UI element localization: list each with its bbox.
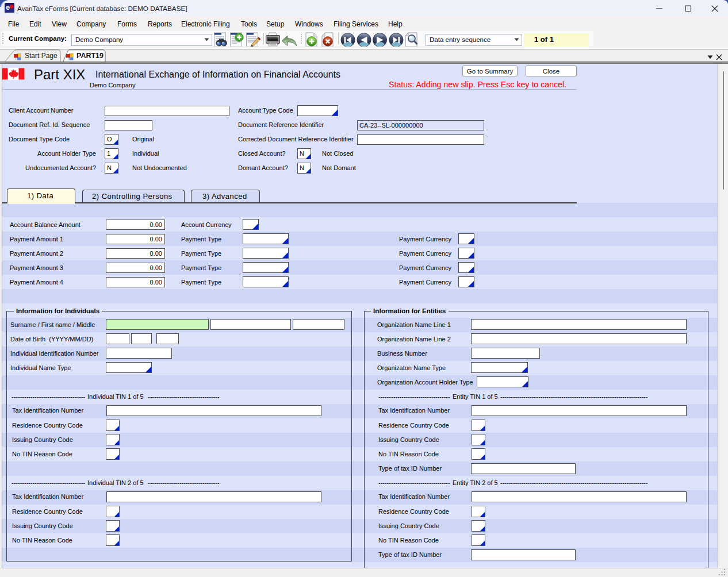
svg-text:e: e <box>6 3 10 11</box>
